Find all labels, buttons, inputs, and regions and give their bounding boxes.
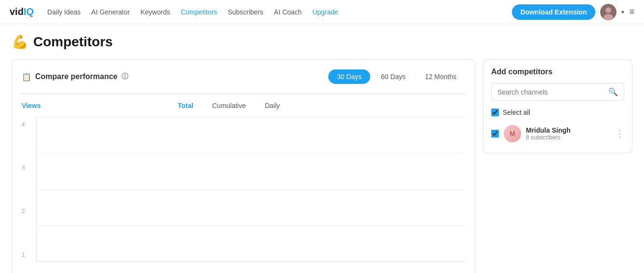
logo-iq: IQ xyxy=(24,6,34,17)
time-tabs: 30 Days 60 Days 12 Months xyxy=(328,69,465,84)
chart-area: 4 3 2 1 xyxy=(22,117,465,262)
sidebar: Add competitors 🔍 Select all M Mridula S… xyxy=(483,59,632,273)
tab-60-days[interactable]: 60 Days xyxy=(372,69,414,84)
competitor-avatar: M xyxy=(504,125,521,142)
compare-title: 📋 Compare performance ⓘ xyxy=(22,72,128,82)
select-all-checkbox[interactable] xyxy=(491,109,499,116)
col-header-views: Views xyxy=(22,102,166,109)
svg-point-1 xyxy=(605,7,611,13)
add-competitors-title: Add competitors xyxy=(491,68,624,76)
competitor-row: M Mridula Singh 8 subscribers ⋮ xyxy=(491,122,624,145)
page-title: Competitors xyxy=(33,34,113,50)
nav-ai-coach[interactable]: AI Coach xyxy=(274,8,302,16)
navbar-right: Download Extension ▾ ≡ xyxy=(512,4,634,20)
navbar-left: vidIQ Daily Ideas AI Generator Keywords … xyxy=(10,6,338,17)
avatar[interactable] xyxy=(600,4,617,20)
download-extension-button[interactable]: Download Extension xyxy=(512,4,596,20)
metrics-rows: Subscribers Public videos Average daily … xyxy=(22,266,465,273)
nav-competitors[interactable]: Competitors xyxy=(181,8,217,16)
logo: vidIQ xyxy=(10,6,34,17)
add-competitors-panel: Add competitors 🔍 Select all M Mridula S… xyxy=(483,59,632,153)
y-label-2: 2 xyxy=(22,208,33,215)
logo-vid: vid xyxy=(10,6,24,17)
y-label-1: 1 xyxy=(22,251,33,258)
logo-text: vidIQ xyxy=(10,6,34,17)
col-header-total[interactable]: Total xyxy=(166,102,205,109)
col-header-daily[interactable]: Daily xyxy=(253,102,292,109)
more-options-icon[interactable]: ⋮ xyxy=(616,128,624,139)
y-label-4: 4 xyxy=(22,121,33,128)
competitor-subscribers: 8 subscribers xyxy=(526,134,611,141)
table-header: Views Total Cumulative Daily xyxy=(22,99,465,112)
hamburger-icon[interactable]: ≡ xyxy=(629,7,634,17)
competitor-checkbox[interactable] xyxy=(491,130,499,137)
nav-ai-generator[interactable]: AI Generator xyxy=(91,8,130,16)
table-divider xyxy=(22,94,465,94)
nav-keywords[interactable]: Keywords xyxy=(140,8,170,16)
main-layout: 📋 Compare performance ⓘ 30 Days 60 Days … xyxy=(12,59,632,273)
tab-12-months[interactable]: 12 Months xyxy=(416,69,465,84)
y-label-3: 3 xyxy=(22,164,33,171)
page-content: 💪 Competitors 📋 Compare performance ⓘ 30… xyxy=(0,24,644,273)
competitor-name: Mridula Singh xyxy=(526,126,611,134)
compare-icon: 📋 xyxy=(22,72,31,82)
search-icon: 🔍 xyxy=(608,87,618,96)
competitors-icon: 💪 xyxy=(12,34,28,50)
compare-header: 📋 Compare performance ⓘ 30 Days 60 Days … xyxy=(22,69,465,84)
chevron-down-icon[interactable]: ▾ xyxy=(621,9,624,15)
compare-title-text: Compare performance xyxy=(35,72,118,81)
competitor-info: Mridula Singh 8 subscribers xyxy=(526,126,611,141)
select-all-row: Select all xyxy=(491,109,624,116)
nav-subscribers[interactable]: Subscribers xyxy=(228,8,263,16)
info-icon[interactable]: ⓘ xyxy=(121,72,128,81)
select-all-label: Select all xyxy=(503,109,530,116)
nav-upgrade[interactable]: Upgrade xyxy=(312,8,338,16)
search-input[interactable] xyxy=(497,88,604,96)
tab-30-days[interactable]: 30 Days xyxy=(328,69,370,84)
navbar: vidIQ Daily Ideas AI Generator Keywords … xyxy=(0,0,644,24)
metric-subscribers: Subscribers xyxy=(22,266,465,273)
nav-links: Daily Ideas AI Generator Keywords Compet… xyxy=(47,8,338,16)
nav-daily-ideas[interactable]: Daily Ideas xyxy=(47,8,80,16)
page-title-area: 💪 Competitors xyxy=(12,34,632,50)
search-box[interactable]: 🔍 xyxy=(491,83,624,101)
compare-panel: 📋 Compare performance ⓘ 30 Days 60 Days … xyxy=(12,59,475,273)
col-header-cumulative[interactable]: Cumulative xyxy=(205,102,253,109)
